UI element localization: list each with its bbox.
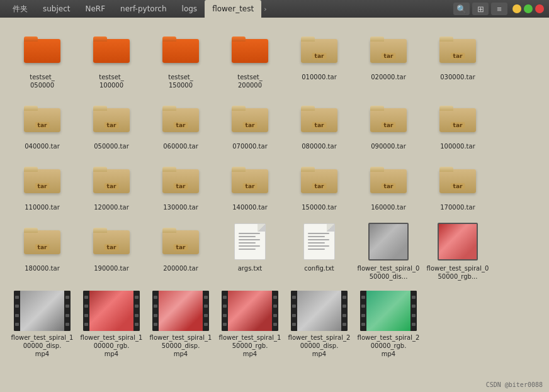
filename: 160000.tar — [371, 203, 406, 211]
filename: flower_test_spiral_200000_disp.mp4 — [288, 333, 351, 358]
list-item[interactable]: args.txt — [215, 219, 285, 283]
list-item[interactable]: tar 200000.tar — [146, 219, 215, 283]
filename: flower_test_spiral_100000_rgb.mp4 — [80, 333, 143, 358]
tar-file-icon: tar — [22, 99, 62, 140]
maximize-button[interactable] — [524, 4, 533, 13]
filename: 030000.tar — [440, 73, 475, 81]
tab-flower-test[interactable]: flower_test — [205, 0, 261, 18]
tabs-view-button[interactable]: ⊞ — [472, 3, 489, 15]
list-item[interactable]: tar 120000.tar — [77, 158, 146, 214]
list-item[interactable]: tar 190000.tar — [77, 219, 146, 283]
filename: 060000.tar — [163, 142, 198, 150]
menu-button[interactable]: ≡ — [491, 3, 507, 15]
list-item[interactable]: tar 110000.tar — [8, 158, 77, 214]
filmstrip-right — [410, 291, 417, 331]
filename: testset_050000 — [30, 73, 55, 89]
list-item[interactable]: tar 160000.tar — [354, 158, 423, 214]
list-item[interactable]: tar 060000.tar — [146, 97, 215, 153]
filename: 120000.tar — [94, 203, 129, 211]
filename: testset_100000 — [99, 73, 124, 89]
list-item[interactable]: flower_test_spiral_050000_rgb... — [423, 219, 492, 283]
list-item[interactable]: flower_test_spiral_200000_disp.mp4 — [285, 288, 354, 361]
filename: 190000.tar — [94, 264, 129, 272]
list-item[interactable]: flower_test_spiral_100000_disp.mp4 — [8, 288, 77, 361]
filename: config.txt — [304, 264, 334, 272]
list-item[interactable]: flower_test_spiral_150000_rgb.mp4 — [215, 288, 285, 361]
tar-file-icon: tar — [230, 99, 270, 140]
filename: flower_test_spiral_100000_disp.mp4 — [11, 333, 74, 358]
filmstrip-right — [203, 291, 209, 331]
tar-file-icon: tar — [438, 160, 478, 201]
list-item[interactable]: tar 010000.tar — [285, 28, 354, 92]
tab-nerf-pytorch[interactable]: nerf-pytorch — [113, 0, 174, 18]
list-item[interactable]: flower_test_spiral_050000_dis... — [354, 219, 423, 283]
video-file-icon — [360, 291, 417, 331]
filmstrip-right — [341, 291, 348, 331]
list-item[interactable]: tar 180000.tar — [8, 219, 77, 283]
tab-nerf[interactable]: NeRF — [78, 0, 113, 18]
filename: 140000.tar — [232, 203, 268, 211]
list-item[interactable]: tar 140000.tar — [215, 158, 285, 214]
tar-file-icon: tar — [161, 221, 201, 262]
list-item[interactable]: tar 050000.tar — [77, 97, 146, 153]
titlebar-actions: 🔍 ⊞ ≡ — [453, 3, 507, 15]
tab-件夹[interactable]: 件夹 — [5, 0, 35, 18]
list-item[interactable]: testset_050000 — [8, 28, 77, 92]
list-item[interactable]: tar 150000.tar — [285, 158, 354, 214]
list-item[interactable]: tar 020000.tar — [354, 28, 423, 92]
titlebar: 件夹 subject NeRF nerf-pytorch logs flower… — [0, 0, 549, 18]
list-item[interactable]: tar 130000.tar — [146, 158, 215, 214]
list-item[interactable]: testset_100000 — [77, 28, 146, 92]
watermark: CSDN @biter0088 — [486, 381, 543, 388]
filename: flower_test_spiral_150000_rgb.mp4 — [218, 333, 281, 358]
folder-orange-icon — [161, 30, 201, 70]
list-item[interactable]: tar 030000.tar — [423, 28, 492, 92]
filename: 040000.tar — [25, 142, 60, 150]
filename: 130000.tar — [163, 203, 198, 211]
filename: testset_200000 — [237, 73, 263, 89]
tar-file-icon: tar — [161, 160, 201, 201]
tab-subject[interactable]: subject — [35, 0, 78, 18]
filename: 010000.tar — [302, 73, 337, 81]
folder-orange-icon — [91, 30, 132, 70]
filmstrip-left — [152, 291, 159, 331]
list-item[interactable]: tar 100000.tar — [423, 97, 492, 153]
tar-file-icon: tar — [299, 30, 339, 70]
filename: 080000.tar — [302, 142, 337, 150]
tar-file-icon: tar — [368, 30, 409, 70]
list-item[interactable]: testset_200000 — [215, 28, 285, 92]
list-item[interactable]: testset_150000 — [146, 28, 215, 92]
list-item[interactable]: tar 170000.tar — [423, 158, 492, 214]
list-item[interactable]: flower_test_spiral_200000_rgb.mp4 — [354, 288, 423, 361]
filmstrip-left — [14, 291, 20, 331]
filmstrip-right — [64, 291, 71, 331]
list-item[interactable]: tar 070000.tar — [215, 97, 285, 153]
filename: 100000.tar — [440, 142, 475, 150]
filename: flower_test_spiral_200000_rgb.mp4 — [357, 333, 420, 358]
image-file-icon — [368, 221, 409, 262]
filmstrip-left — [360, 291, 366, 331]
folder-orange-icon — [22, 30, 62, 70]
list-item[interactable]: flower_test_spiral_150000_disp.mp4 — [146, 288, 215, 361]
tar-file-icon: tar — [299, 99, 339, 140]
more-tabs-chevron[interactable]: › — [261, 0, 269, 18]
filename: 050000.tar — [94, 142, 129, 150]
filmstrip-right — [133, 291, 140, 331]
filename: 020000.tar — [371, 73, 406, 81]
minimize-button[interactable] — [512, 4, 521, 13]
tab-bar: 件夹 subject NeRF nerf-pytorch logs flower… — [5, 0, 453, 18]
tab-logs[interactable]: logs — [174, 0, 205, 18]
list-item[interactable]: tar 040000.tar — [8, 97, 77, 153]
list-item[interactable]: flower_test_spiral_100000_rgb.mp4 — [77, 288, 146, 361]
close-button[interactable] — [535, 4, 544, 13]
filmstrip-left — [83, 291, 89, 331]
list-item[interactable]: tar 080000.tar — [285, 97, 354, 153]
filename: 110000.tar — [25, 203, 60, 211]
list-item[interactable]: config.txt — [285, 219, 354, 283]
search-button[interactable]: 🔍 — [453, 3, 470, 15]
files-grid: testset_050000 testset_100000 testset_15… — [8, 28, 541, 361]
image-file-icon — [438, 221, 478, 262]
list-item[interactable]: tar 090000.tar — [354, 97, 423, 153]
filename: flower_test_spiral_050000_rgb... — [426, 264, 489, 281]
video-file-icon — [14, 291, 71, 331]
